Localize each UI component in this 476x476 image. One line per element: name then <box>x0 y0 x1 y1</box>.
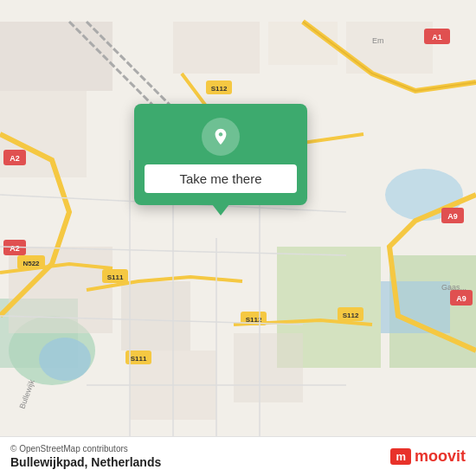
svg-text:A2: A2 <box>10 244 20 253</box>
svg-text:Em: Em <box>372 36 384 45</box>
location-pin-icon <box>211 127 230 146</box>
svg-text:S111: S111 <box>107 273 124 281</box>
svg-text:A1: A1 <box>432 33 442 42</box>
map-svg: A1 A2 A2 A9 A9 S112 S111 S111 <box>0 0 476 476</box>
copyright-text: © OpenStreetMap contributors <box>10 444 161 453</box>
location-icon-circle <box>202 118 240 156</box>
svg-point-7 <box>39 338 91 381</box>
bottom-bar: © OpenStreetMap contributors Bullewijkpa… <box>0 436 476 476</box>
svg-rect-15 <box>268 22 338 65</box>
svg-text:S112: S112 <box>211 85 228 93</box>
svg-rect-13 <box>234 333 303 402</box>
svg-text:A9: A9 <box>456 294 466 303</box>
moovit-m-icon: m <box>390 448 411 465</box>
moovit-logo: m moovit <box>390 447 466 466</box>
svg-text:N522: N522 <box>23 260 40 267</box>
svg-rect-14 <box>173 22 260 74</box>
popup-card: Take me there <box>134 104 307 205</box>
svg-text:A9: A9 <box>447 212 458 221</box>
take-me-there-button[interactable]: Take me there <box>145 164 297 193</box>
svg-text:Gaas...: Gaas... <box>441 283 466 292</box>
svg-rect-11 <box>121 281 190 351</box>
map-background: A1 A2 A2 A9 A9 S112 S111 S111 <box>0 0 476 476</box>
svg-text:A2: A2 <box>10 154 20 163</box>
bottom-left-info: © OpenStreetMap contributors Bullewijkpa… <box>10 444 161 469</box>
moovit-wordmark: moovit <box>415 447 466 466</box>
map-container: A1 A2 A2 A9 A9 S112 S111 S111 <box>0 0 476 476</box>
svg-text:S112: S112 <box>343 312 359 319</box>
location-name: Bullewijkpad, Netherlands <box>10 455 161 469</box>
svg-text:S111: S111 <box>131 355 147 363</box>
